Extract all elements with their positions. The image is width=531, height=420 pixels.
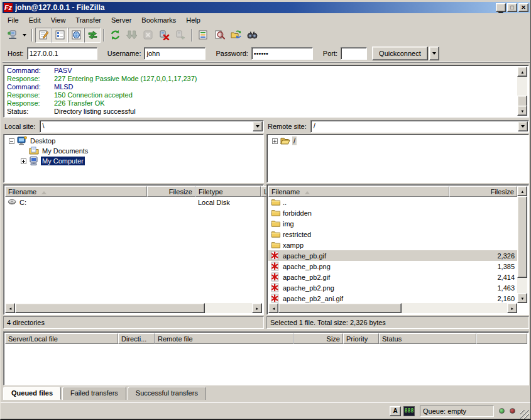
tree-item-my-documents[interactable]: My Documents [4,146,263,156]
site-manager-dropdown[interactable] [20,28,29,43]
toggle-remote-tree-button[interactable] [68,28,84,43]
scroll-right-icon[interactable]: ► [507,303,517,313]
site-manager-button[interactable] [4,28,20,43]
column-header-remote-file[interactable]: Remote file [155,333,293,344]
speed-limit-indicator[interactable]: 888 [403,406,415,416]
scroll-down-icon[interactable]: ▼ [517,106,527,116]
menu-bookmarks[interactable]: Bookmarks [136,14,181,26]
scroll-left-icon[interactable]: ◄ [5,303,15,313]
column-header-priority[interactable]: Priority [343,333,379,344]
transfer-type-indicator[interactable]: A [390,406,401,416]
combo-dropdown-button[interactable] [253,121,263,131]
remote-file-row-selected[interactable]: apache_pb.gif 2,326 [268,250,517,261]
menu-file[interactable]: File [3,14,24,26]
resize-grip[interactable] [520,410,529,419]
column-header-filesize[interactable]: Filesize [147,186,195,197]
quickconnect-dropdown[interactable] [429,47,439,60]
image-file-icon [271,262,281,271]
refresh-button[interactable] [107,28,123,43]
scroll-down-icon[interactable]: ▼ [517,293,527,303]
toggle-message-log-button[interactable] [35,28,52,43]
minimize-icon: ▁ [499,7,503,13]
menu-transfer[interactable]: Transfer [70,14,106,26]
local-file-list: Filename Filesize Filetype L C: Local Di… [3,184,264,315]
port-input[interactable] [341,47,367,60]
reconnect-button[interactable] [172,28,189,43]
remote-file-row[interactable]: apache_pb2.png 1,463 [268,282,517,293]
remote-file-row[interactable]: apache_pb.png 1,385 [268,261,517,272]
column-header-filename[interactable]: Filename [268,186,449,197]
disconnect-button[interactable] [156,28,172,43]
tree-item-desktop[interactable]: Desktop [4,136,263,146]
title-bar[interactable]: Fz john@127.0.0.1 - FileZilla ▁ □ ✕ [3,2,530,13]
toggle-local-tree-button[interactable] [52,28,68,43]
scroll-up-icon[interactable]: ▲ [517,67,527,77]
column-header-status[interactable]: Status [379,333,476,344]
host-input[interactable] [27,47,97,60]
local-site-label: Local site: [3,123,36,130]
remote-file-row[interactable]: forbidden [268,207,517,218]
combo-dropdown-button[interactable] [518,121,528,131]
maximize-button[interactable]: □ [507,3,517,12]
column-header-size[interactable]: Size [293,333,343,344]
remote-file-row[interactable]: .. [268,197,517,207]
remote-tree-pane[interactable]: / [266,134,529,183]
column-header-server-local-file[interactable]: Server/Local file [5,333,118,344]
local-file-row[interactable]: C: Local Disk [5,197,262,207]
scrollbar-thumb[interactable] [278,303,402,313]
scroll-left-icon[interactable]: ◄ [268,303,278,313]
quickconnect-button[interactable]: Quickconnect [372,47,428,60]
log-scrollbar[interactable]: ▲ ▼ [517,67,527,116]
expand-icon[interactable] [21,158,26,164]
transfer-queue-pane: Server/Local file Directi... Remote file… [3,331,529,385]
toggle-queue-button[interactable] [84,28,101,43]
remote-hscrollbar[interactable]: ◄ ► [268,303,517,313]
remote-site-row: Remote site: / [266,119,529,133]
local-tree-pane[interactable]: Desktop My Documents My Computer [3,134,264,183]
refresh-icon [110,30,121,40]
close-button[interactable]: ✕ [518,3,528,12]
column-header-filesize[interactable]: Filesize [449,186,517,197]
remote-file-row[interactable]: xampp [268,240,517,250]
remote-file-row[interactable]: apache_pb2.gif 2,414 [268,272,517,282]
expand-icon[interactable] [272,138,278,144]
local-site-combo[interactable]: \ [40,120,264,133]
menu-server[interactable]: Server [106,14,136,26]
menu-edit[interactable]: Edit [24,14,46,26]
column-header-filename[interactable]: Filename [5,186,147,197]
remote-file-row[interactable]: apache_pb2_ani.gif 2,160 [268,293,517,304]
process-queue-button[interactable] [123,28,140,43]
collapse-icon[interactable] [9,138,14,144]
remote-file-row[interactable]: img [268,218,517,229]
column-header-filetype[interactable]: Filetype [195,186,261,197]
find-files-button[interactable] [244,28,260,43]
tree-item-root[interactable]: / [267,136,528,146]
username-input[interactable] [144,47,205,60]
menu-view[interactable]: View [46,14,71,26]
local-site-value: \ [43,122,45,130]
remote-site-combo[interactable]: / [310,120,529,133]
message-log[interactable]: Command:PASV Response:227 Entering Passi… [3,65,529,118]
sort-ascending-icon [41,189,47,194]
tab-queued-files[interactable]: Queued files [3,387,61,400]
remote-file-row[interactable]: restricted [268,229,517,240]
remote-vscrollbar[interactable]: ▲ ▼ [517,186,527,303]
scrollbar-thumb[interactable] [517,196,527,278]
app-icon[interactable]: Fz [4,3,13,12]
tab-failed-transfers[interactable]: Failed transfers [62,387,126,400]
tree-item-my-computer[interactable]: My Computer [4,156,263,166]
sync-browsing-button[interactable] [227,28,244,43]
minimize-button[interactable]: ▁ [496,3,506,12]
column-header-direction[interactable]: Directi... [118,333,155,344]
tab-successful-transfers[interactable]: Successful transfers [128,387,206,400]
scroll-right-icon[interactable]: ► [252,303,262,313]
compare-button[interactable] [211,28,227,43]
local-hscrollbar[interactable]: ◄ ► [5,303,262,313]
filter-button[interactable] [195,28,211,43]
message-log-icon [38,30,49,40]
scrollbar-thumb[interactable] [15,303,205,313]
menu-help[interactable]: Help [181,14,205,26]
cancel-operation-button[interactable] [140,28,156,43]
scroll-up-icon[interactable]: ▲ [517,186,527,196]
password-input[interactable] [251,47,313,60]
